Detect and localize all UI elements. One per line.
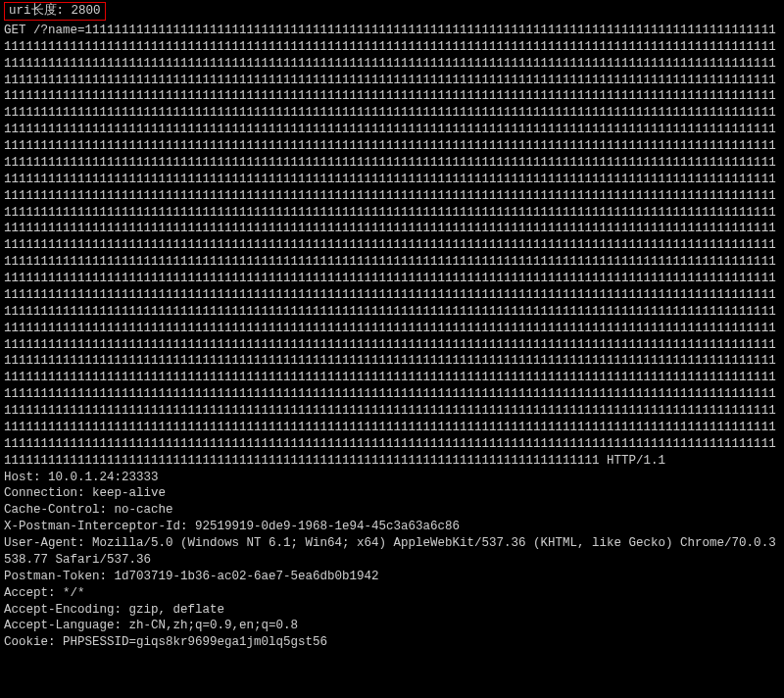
http-header-cache-control: Cache-Control: no-cache [4, 502, 780, 519]
http-header-accept-language: Accept-Language: zh-CN,zh;q=0.9,en;q=0.8 [4, 618, 780, 634]
uri-length-label: uri长度: [9, 4, 64, 18]
http-header-x-postman-interceptor-id: X-Postman-Interceptor-Id: 92519919-0de9-… [4, 519, 780, 535]
http-headers-block: Host: 10.0.1.24:23333Connection: keep-al… [4, 470, 780, 652]
http-header-user-agent: User-Agent: Mozilla/5.0 (Windows NT 6.1;… [4, 535, 780, 569]
uri-length-box: uri长度: 2800 [4, 2, 106, 21]
http-header-host: Host: 10.0.1.24:23333 [4, 470, 780, 486]
terminal-output: uri长度: 2800 GET /?name=11111111111111111… [0, 0, 784, 698]
uri-length-value: 2800 [72, 4, 101, 18]
http-header-accept-encoding: Accept-Encoding: gzip, deflate [4, 602, 780, 619]
http-request-line: GET /?name=11111111111111111111111111111… [4, 23, 780, 470]
http-header-postman-token: Postman-Token: 1d703719-1b36-ac02-6ae7-5… [4, 569, 780, 585]
http-header-cookie: Cookie: PHPSESSID=giqs8kr9699ega1jm0lq5g… [4, 634, 780, 651]
http-header-connection: Connection: keep-alive [4, 485, 780, 502]
http-header-accept: Accept: */* [4, 585, 780, 602]
